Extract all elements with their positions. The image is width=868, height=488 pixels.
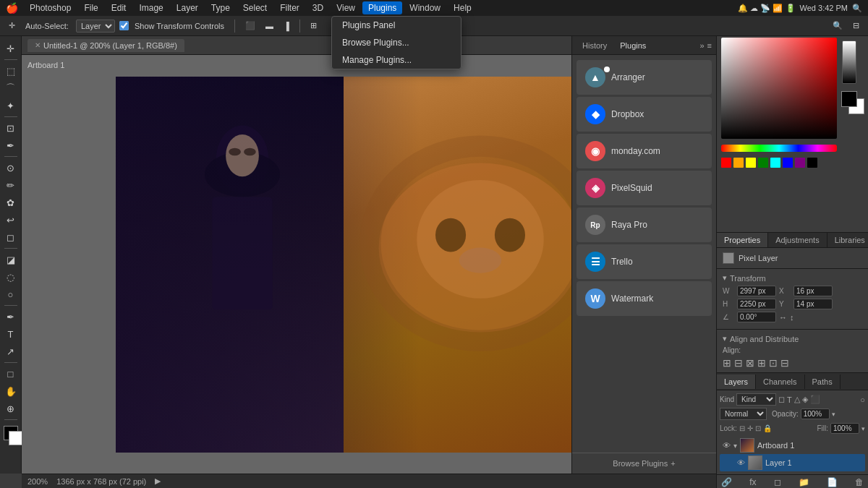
opacity-input[interactable] — [801, 408, 830, 419]
tab-properties[interactable]: Properties — [717, 233, 768, 247]
align-center-h-btn[interactable]: ⊟ — [734, 357, 743, 369]
visibility-icon[interactable]: 👁 — [723, 441, 731, 450]
dodge-tool[interactable]: ○ — [3, 286, 19, 302]
apple-menu[interactable]: 🍎 — [6, 2, 18, 14]
lock-position-icon[interactable]: ✛ — [747, 424, 753, 432]
lock-artboard-icon[interactable]: ⊡ — [755, 424, 761, 432]
x-input[interactable] — [793, 286, 833, 296]
filter-icon-pixel[interactable]: ◻ — [778, 395, 785, 404]
align-top-btn[interactable]: ⊞ — [757, 357, 766, 369]
opacity-dropdown-icon[interactable]: ▾ — [832, 411, 835, 418]
plugin-item-dropbox[interactable]: ◆ Dropbox — [576, 97, 712, 132]
tab-paths[interactable]: Paths — [805, 374, 841, 389]
flip-v-icon[interactable]: ↕ — [790, 313, 794, 322]
tab-plugins[interactable]: Plugins — [614, 39, 652, 52]
tab-close-icon[interactable]: ✕ — [35, 41, 41, 49]
swatch-orange[interactable] — [733, 158, 744, 168]
artboard-layer-item[interactable]: 👁 ▾ Artboard 1 — [720, 437, 865, 454]
align-bottom-btn[interactable]: ⊟ — [780, 357, 789, 369]
color-spectrum[interactable] — [721, 38, 837, 139]
link-layers-icon[interactable]: 🔗 — [721, 477, 732, 487]
path-select-tool[interactable]: ↗ — [3, 343, 19, 359]
type-tool[interactable]: T — [3, 326, 19, 342]
lasso-tool[interactable]: ⌒ — [3, 80, 19, 96]
layer1-visibility-icon[interactable]: 👁 — [737, 458, 745, 467]
transform-check[interactable] — [119, 21, 129, 30]
gradient-tool[interactable]: ◪ — [3, 252, 19, 267]
align-collapse-icon[interactable]: ▾ — [723, 334, 727, 343]
marquee-tool[interactable]: ⬚ — [3, 63, 19, 79]
menu-item-3d[interactable]: 3D — [307, 1, 329, 14]
brightness-slider[interactable] — [842, 40, 856, 84]
status-arrow[interactable]: ▶ — [155, 476, 161, 486]
menu-item-select[interactable]: Select — [237, 1, 273, 14]
plugin-item-monday[interactable]: ◉ monday.com — [576, 134, 712, 168]
view-options-icon[interactable]: ⊟ — [850, 20, 862, 32]
shape-tool[interactable]: □ — [3, 366, 19, 382]
hue-slider[interactable] — [721, 145, 837, 152]
swatch-cyan[interactable] — [770, 158, 780, 168]
hand-tool[interactable]: ✋ — [3, 383, 19, 399]
tab-layers[interactable]: Layers — [717, 374, 756, 389]
fill-dropdown-icon[interactable]: ▾ — [861, 425, 865, 432]
align-left-icon[interactable]: ⬛ — [242, 20, 258, 32]
distribute-icon[interactable]: ⊞ — [307, 20, 320, 32]
search-toolbar-icon[interactable]: 🔍 — [830, 20, 846, 32]
swatch-blue[interactable] — [783, 158, 793, 168]
move-tool[interactable]: ✛ — [3, 40, 19, 56]
flip-h-icon[interactable]: ↔ — [779, 313, 787, 322]
align-right-icon[interactable]: ▐ — [281, 20, 292, 32]
filter-icon-smart[interactable]: ◈ — [802, 395, 808, 404]
quick-select-tool[interactable]: ✦ — [3, 98, 19, 114]
eraser-tool[interactable]: ◻ — [3, 229, 19, 245]
menu-item-photoshop[interactable]: Photoshop — [24, 1, 77, 14]
swatch-red[interactable] — [721, 158, 731, 168]
panel-menu-icon[interactable]: ≡ — [707, 41, 712, 50]
spot-heal-tool[interactable]: ⊙ — [3, 160, 19, 176]
pen-tool[interactable]: ✒ — [3, 309, 19, 325]
transform-collapse-icon[interactable]: ▾ — [723, 273, 727, 283]
swatch-yellow[interactable] — [746, 158, 756, 168]
swatch-green[interactable] — [758, 158, 768, 168]
menu-item-filter[interactable]: Filter — [274, 1, 305, 14]
brush-tool[interactable]: ✏ — [3, 177, 19, 193]
delete-layer-icon[interactable]: 🗑 — [855, 477, 864, 487]
plugin-item-rayapro[interactable]: Rp Raya Pro — [576, 207, 712, 242]
menu-item-help[interactable]: Help — [448, 1, 477, 14]
swatch-purple[interactable] — [795, 158, 805, 168]
lock-all-icon[interactable]: 🔒 — [763, 424, 772, 432]
foreground-color[interactable] — [4, 426, 18, 440]
browse-plugins-button[interactable]: Browse Plugins + — [572, 453, 716, 474]
lock-pixel-icon[interactable]: ⊟ — [739, 424, 745, 432]
move-tool-icon[interactable]: ✛ — [6, 20, 18, 32]
plugin-item-arranger[interactable]: ▲ Arranger — [576, 60, 712, 95]
eyedropper-tool[interactable]: ✒ — [3, 137, 19, 153]
tab-history[interactable]: History — [576, 39, 613, 52]
align-center-icon[interactable]: ▬ — [263, 20, 276, 32]
artboard[interactable] — [116, 77, 622, 453]
layer1-item[interactable]: 👁 Layer 1 — [720, 454, 865, 471]
blur-tool[interactable]: ◌ — [3, 269, 19, 285]
align-right-btn[interactable]: ⊠ — [746, 357, 754, 369]
tab-libraries[interactable]: Libraries — [827, 233, 868, 247]
angle-input[interactable] — [737, 312, 776, 322]
auto-select-dropdown[interactable]: Layer — [76, 20, 115, 33]
swatch-black[interactable] — [807, 158, 817, 168]
menu-item-layer[interactable]: Layer — [171, 1, 204, 14]
dropdown-browse-plugins[interactable]: Browse Plugins... — [332, 34, 461, 51]
new-group-icon[interactable]: 📁 — [799, 477, 809, 487]
align-left-btn[interactable]: ⊞ — [723, 357, 731, 369]
filter-icon-type[interactable]: T — [787, 395, 792, 404]
menu-item-type[interactable]: Type — [205, 1, 236, 14]
menu-item-window[interactable]: Window — [404, 1, 446, 14]
filter-toggle[interactable]: ○ — [860, 395, 865, 404]
tab-adjustments[interactable]: Adjustments — [768, 233, 827, 247]
history-brush-tool[interactable]: ↩ — [3, 212, 19, 228]
blend-mode-select[interactable]: Normal — [720, 408, 767, 420]
filter-icon-fill[interactable]: ⬛ — [810, 395, 820, 404]
add-style-icon[interactable]: fx — [749, 477, 756, 487]
dropdown-manage-plugins[interactable]: Manage Plugins... — [332, 51, 461, 69]
filter-icon-shape[interactable]: △ — [794, 395, 800, 404]
align-center-v-btn[interactable]: ⊡ — [769, 357, 778, 369]
plugin-item-trello[interactable]: ☰ Trello — [576, 244, 712, 279]
